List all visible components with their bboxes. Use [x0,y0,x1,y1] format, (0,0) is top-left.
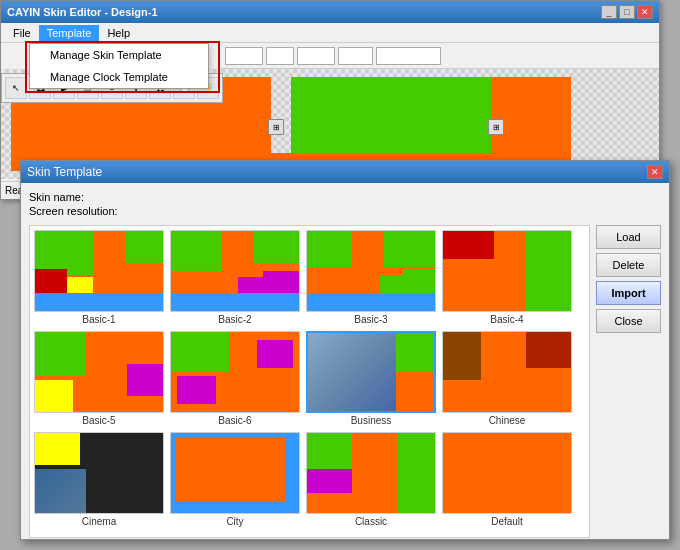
skin-dialog-close-title-btn[interactable]: ✕ [647,165,663,179]
t3-top-left [307,231,352,267]
template-label-city: City [226,516,243,527]
t3-top-right [384,231,435,267]
template-thumb-cinema [34,432,164,514]
skin-content-area: Basic-1 Basic-2 [29,225,661,538]
load-button[interactable]: Load [596,225,661,249]
tb-image [308,333,396,411]
tcla-top-right [397,433,435,513]
t1-bottom-left2 [67,277,93,293]
template-row-2: Basic-5 Basic-6 [34,331,585,426]
template-label-chinese: Chinese [489,415,526,426]
template-grid[interactable]: Basic-1 Basic-2 [29,225,590,538]
template-label-basic4: Basic-4 [490,314,523,325]
t4-top-right [526,231,571,311]
template-label-basic6: Basic-6 [218,415,251,426]
template-cell-city[interactable]: City [170,432,300,527]
main-title-bar: CAYIN Skin Editor - Design-1 _ □ ✕ [1,1,659,23]
template-thumb-classic [306,432,436,514]
skin-template-dialog: Skin Template ✕ Skin name: Screen resolu… [20,160,670,540]
template-row-1: Basic-1 Basic-2 [34,230,585,325]
canvas-green [291,77,491,162]
t3-bottom-right2 [380,275,403,293]
menu-bar: File Template Help [1,23,659,43]
close-button[interactable]: ✕ [637,5,653,19]
toolbar-x[interactable]: 469 [225,47,263,65]
template-label-basic2: Basic-2 [218,314,251,325]
screen-res-label: Screen resolution: [29,205,118,217]
t2-bottom-right2 [238,277,264,293]
side-buttons-panel: Load Delete Import Close [596,225,661,538]
minimize-button[interactable]: _ [601,5,617,19]
template-cell-business[interactable]: Business [306,331,436,426]
template-thumb-basic5 [34,331,164,413]
tcity-bottom [171,501,299,513]
template-thumb-default [442,432,572,514]
template-thumb-basic1 [34,230,164,312]
template-cell-basic1[interactable]: Basic-1 [34,230,164,325]
template-cell-basic4[interactable]: Basic-4 [442,230,572,325]
dialog-title-controls: ✕ [647,165,663,179]
t6-bottom-left [177,376,215,404]
t2-top-left [171,231,222,271]
toolbar-y[interactable]: 15 [266,47,294,65]
t4-top-left [443,231,494,259]
resize-handle[interactable]: ⊞ [268,119,284,135]
menu-file[interactable]: File [5,25,39,41]
menu-template[interactable]: Template [39,25,100,41]
template-thumb-chinese [442,331,572,413]
tb-right-bottom [396,372,434,411]
template-cell-basic5[interactable]: Basic-5 [34,331,164,426]
skin-dialog-body: Skin name: Screen resolution: [21,183,669,539]
template-cell-default[interactable]: Default [442,432,572,527]
toolbar-res[interactable]: 1024x768 [376,47,441,65]
import-button[interactable]: Import [596,281,661,305]
tool-select[interactable]: ↖ [5,77,27,99]
tcity-main [176,438,285,502]
delete-button[interactable]: Delete [596,253,661,277]
t3-bottom-bar [307,293,435,311]
template-label-default: Default [491,516,523,527]
toolbar-h[interactable]: 390 [338,47,373,65]
main-toolbar: 469 15 535 390 1024x768 [221,43,659,69]
template-thumb-basic6 [170,331,300,413]
template-row-3: Cinema City [34,432,585,527]
template-cell-classic[interactable]: Classic [306,432,436,527]
tc-top-left [443,332,481,380]
t5-bottom-left [35,380,73,412]
maximize-button[interactable]: □ [619,5,635,19]
tcla-mid-left [307,469,352,493]
template-cell-basic3[interactable]: Basic-3 [306,230,436,325]
main-title: CAYIN Skin Editor - Design-1 [7,6,158,18]
close-dialog-button[interactable]: Close [596,309,661,333]
tcin-top-left [35,433,80,465]
template-label-cinema: Cinema [82,516,116,527]
tb-right-top [396,333,434,372]
t1-bottom-bar [35,293,163,311]
template-cell-basic2[interactable]: Basic-2 [170,230,300,325]
template-cell-chinese[interactable]: Chinese [442,331,572,426]
tdef-main [443,433,571,513]
tcin-image [35,469,86,513]
menu-manage-clock[interactable]: Manage Clock Template [30,66,208,88]
template-thumb-basic2 [170,230,300,312]
title-bar-controls: _ □ ✕ [601,5,653,19]
skin-dialog-title-bar: Skin Template ✕ [21,161,669,183]
t5-bottom-right [127,364,163,396]
template-cell-cinema[interactable]: Cinema [34,432,164,527]
t1-bottom-left [35,269,67,293]
toolbar-w[interactable]: 535 [297,47,335,65]
menu-help[interactable]: Help [99,25,138,41]
menu-manage-skin[interactable]: Manage Skin Template [30,44,208,66]
skin-name-row: Skin name: [29,191,661,203]
template-cell-basic6[interactable]: Basic-6 [170,331,300,426]
t6-bottom-right [257,340,293,368]
template-thumb-basic4 [442,230,572,312]
t2-top-right [254,231,299,263]
template-label-basic5: Basic-5 [82,415,115,426]
t5-top-left [35,332,86,376]
t2-bottom-bar [171,293,299,311]
skin-name-label: Skin name: [29,191,84,203]
resize-handle-2[interactable]: ⊞ [488,119,504,135]
template-thumb-basic3 [306,230,436,312]
t3-bottom-right [403,269,435,293]
